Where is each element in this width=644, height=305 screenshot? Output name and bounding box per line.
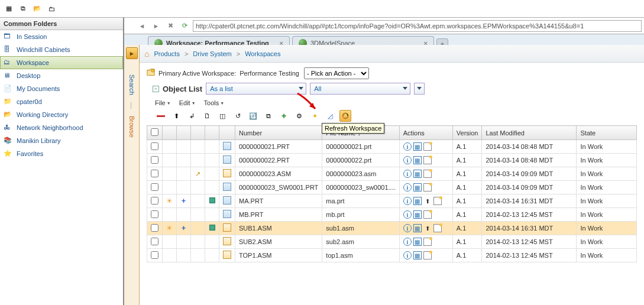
details-icon[interactable]: ▦ [413,224,422,232]
col-status3[interactable] [191,126,205,140]
copy-icon[interactable]: ⧉ [17,2,30,15]
remove-button[interactable] [155,110,167,122]
sidebar-item-in-session[interactable]: 🗔In Session [0,30,123,43]
upload-icon[interactable]: ⬆ [423,197,432,205]
table-row[interactable]: TOP1.ASM top1.asm i▦ A.1 2014-02-13 12:4… [147,249,637,262]
row-checkbox[interactable] [151,183,158,191]
details-icon[interactable]: ▦ [413,156,422,164]
open-page-icon[interactable] [433,224,442,232]
table-row[interactable]: 0000000022.PRT 0000000022.prt i▦ A.1 201… [147,154,637,167]
breadcrumb-link[interactable]: Drive System [193,50,231,57]
open-page-icon[interactable] [423,142,432,151]
row-checkbox[interactable] [151,210,158,218]
row-checkbox[interactable] [151,251,158,259]
triangle-button[interactable]: ◿ [324,110,336,122]
rail-search-tab[interactable]: Search [128,72,135,95]
open-page-icon[interactable] [423,251,432,259]
open-page-icon[interactable] [423,170,432,178]
sidebar-item-favorites[interactable]: ⭐Favorites [0,147,123,160]
info-icon[interactable]: i [403,197,412,205]
undo-checkout-button[interactable]: ↺ [232,110,244,122]
row-checkbox[interactable] [151,156,158,164]
col-type[interactable] [219,126,235,140]
row-checkbox[interactable] [151,170,158,177]
col-actions[interactable]: Actions [399,126,452,140]
breadcrumb-link[interactable]: Products [154,50,179,57]
col-number[interactable]: Number [235,126,322,140]
nav-back-button[interactable]: ◄ [136,20,148,32]
rail-browse-tab[interactable]: Browse [128,113,135,138]
new-doc-button[interactable]: 🗋 [201,110,213,122]
sidebar-item-network-neighborhood[interactable]: 🖧Network Neighborhood [0,121,123,134]
table-row[interactable]: ↗ 0000000023.ASM 0000000023.asm i▦ A.1 2… [147,167,637,181]
breadcrumb-link[interactable]: Workspaces [245,50,280,57]
details-icon[interactable]: ▦ [413,197,422,205]
details-icon[interactable]: ▦ [413,142,422,151]
open-page-icon[interactable] [433,197,442,205]
info-icon[interactable]: i [403,156,412,164]
select-all-checkbox[interactable] [151,128,158,136]
col-status4[interactable] [205,126,219,140]
info-icon[interactable]: i [403,251,412,259]
menu-edit[interactable]: Edit ▼ [179,99,196,106]
checkout-button[interactable]: ↲ [186,110,198,122]
new-part-button[interactable]: ◫ [216,110,228,122]
table-row[interactable]: ☀ + MA.PRT ma.prt i▦⬆ A.1 2014-03-14 16:… [147,194,637,208]
info-icon[interactable]: i [403,183,412,192]
settings-button[interactable]: ⚙ [293,110,305,122]
col-status2[interactable] [177,126,191,140]
add-button[interactable]: + [278,110,290,122]
row-checkbox[interactable] [151,142,158,150]
row-checkbox[interactable] [151,238,158,245]
info-icon[interactable]: i [403,224,412,232]
update-button[interactable]: 🔃 [247,110,259,122]
edit-attrs-button[interactable]: ✦ [309,110,321,122]
sidebar-item-workspace[interactable]: 🗂Workspace [0,56,123,69]
sidebar-item-my-documents[interactable]: 📄My Documents [0,82,123,95]
info-icon[interactable]: i [403,142,412,151]
col-status1[interactable] [163,126,177,140]
sidebar-item-desktop[interactable]: 🖥Desktop [0,69,123,82]
col-checkbox[interactable] [147,126,163,140]
compare-button[interactable]: ⧉ [263,110,274,122]
nav-forward-button[interactable]: ► [150,20,162,32]
url-input[interactable] [193,20,642,32]
refresh-workspace-button[interactable] [339,110,351,122]
view-mode-select[interactable]: As a list [206,83,306,95]
col-state[interactable]: State [577,126,637,140]
rail-toggle-button[interactable]: ▸ [126,47,138,59]
col-modified[interactable]: Last Modified [482,126,577,140]
workspace-action-select[interactable]: - Pick an Action - [304,67,369,79]
upload-icon[interactable]: ⬆ [423,224,432,232]
details-icon[interactable]: ▦ [413,170,422,178]
table-row[interactable]: MB.PRT mb.prt i▦ A.1 2014-02-13 12:45 MS… [147,208,637,222]
upload-button[interactable]: ⬆ [170,110,182,122]
sidebar-item-working-directory[interactable]: 📂Working Directory [0,108,123,121]
details-icon[interactable]: ▦ [413,183,422,192]
details-icon[interactable]: ▦ [413,210,422,219]
home-icon[interactable]: ⌂ [144,49,149,59]
col-version[interactable]: Version [452,126,482,140]
sidebar-item-cpater0d[interactable]: 📁cpater0d [0,95,123,108]
table-row[interactable]: SUB2.ASM sub2.asm i▦ A.1 2014-02-13 12:4… [147,235,637,249]
open-page-icon[interactable] [423,238,432,246]
sidebar-item-manikin-library[interactable]: 📚Manikin Library [0,134,123,147]
row-checkbox[interactable] [151,197,158,205]
filter-select[interactable]: All [310,83,410,95]
open-page-icon[interactable] [423,183,432,192]
info-icon[interactable]: i [403,170,412,178]
row-checkbox[interactable] [151,224,158,232]
folder-refresh-icon[interactable]: 🗀 [45,2,58,15]
open-page-icon[interactable] [423,156,432,164]
collapse-button[interactable]: − [153,86,159,92]
nav-reload-button[interactable]: ⟳ [179,20,190,32]
table-row[interactable]: 0000000021.PRT 0000000021.prt i▦ A.1 201… [147,140,637,154]
grid-icon[interactable]: ▦ [2,2,15,15]
info-icon[interactable]: i [403,238,412,246]
details-icon[interactable]: ▦ [413,238,422,246]
menu-tools[interactable]: Tools ▼ [204,99,225,106]
sidebar-item-windchill-cabinets[interactable]: 🗄Windchill Cabinets [0,43,123,56]
open-page-icon[interactable] [423,210,432,219]
nav-stop-button[interactable]: ✖ [164,20,176,32]
details-icon[interactable]: ▦ [413,251,422,259]
